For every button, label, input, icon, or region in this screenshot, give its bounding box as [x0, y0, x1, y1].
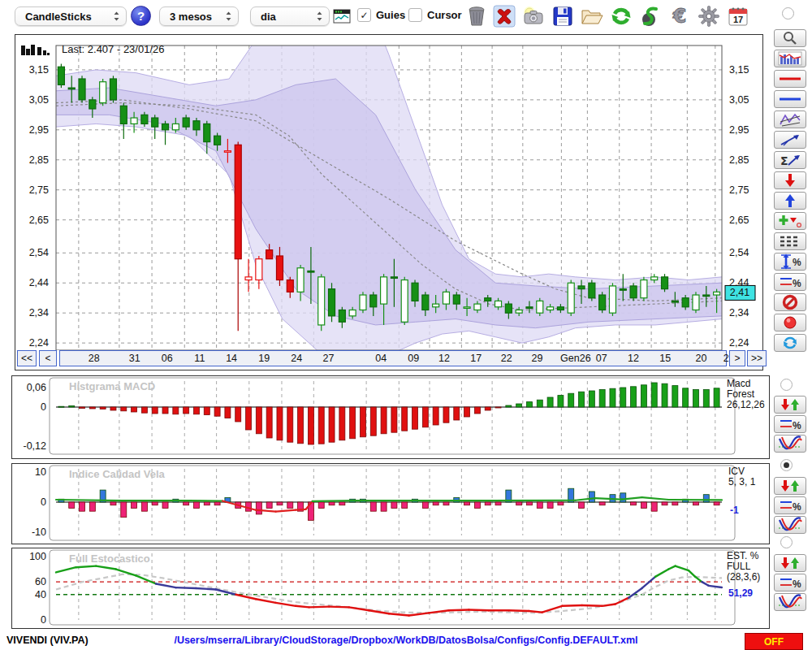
svg-text:2,41: 2,41 [730, 287, 749, 298]
date-tick-strip[interactable]: 2831061114192427040912172229Gen260712152… [59, 350, 727, 366]
date-tick-label: 17 [470, 353, 482, 364]
arrow-down-tool-button[interactable] [774, 171, 806, 189]
cyan-refresh-icon [782, 336, 798, 350]
stochastic-current-value: 51,29 [728, 587, 753, 599]
toolbar-radio[interactable] [782, 7, 794, 20]
indicator-panel-button[interactable] [774, 50, 806, 67]
snapshot-button[interactable] [521, 5, 546, 28]
sigma-trend-icon: Σ [779, 153, 801, 167]
lines-percent-tool-button[interactable]: % [774, 273, 806, 291]
scroll-next-button[interactable]: > [729, 350, 745, 366]
icv-panel: 100-10 Indice Calidad Vela ICV 5, 3, 1 -… [11, 463, 770, 544]
macd-lines-percent-button[interactable]: % [774, 415, 806, 433]
lines-percent-icon: % [779, 498, 801, 513]
indicator-curves-icon [778, 436, 802, 452]
svg-text:%: % [793, 278, 801, 289]
guies-checkbox[interactable]: ✓ Guies [357, 8, 405, 22]
svg-text:17: 17 [733, 15, 743, 24]
range-percent-tool-button[interactable]: % [774, 253, 806, 271]
svg-text:2,75: 2,75 [29, 184, 49, 196]
svg-text:€: € [672, 5, 687, 28]
dashed-levels-tool-button[interactable] [774, 232, 806, 250]
period-select[interactable]: 3 mesos [159, 6, 239, 26]
svg-text:40: 40 [35, 589, 46, 600]
scroll-last-button[interactable]: >> [747, 350, 767, 366]
blue-line-icon [779, 96, 801, 102]
trend-line-icon [780, 132, 801, 147]
svg-text:Σ: Σ [780, 154, 788, 167]
no-entry-icon [782, 294, 798, 310]
scroll-first-button[interactable]: << [17, 350, 37, 366]
icv-lines-percent-button[interactable]: % [774, 496, 806, 514]
euro-button[interactable]: € [667, 5, 692, 28]
settings-button[interactable] [697, 5, 721, 28]
blue-line-tool-button[interactable] [774, 90, 806, 108]
checkbox-checked-icon: ✓ [357, 8, 371, 22]
svg-text:2,24: 2,24 [729, 337, 749, 349]
svg-text:2,54: 2,54 [729, 247, 749, 258]
cursor-checkbox[interactable]: Cursor [408, 8, 462, 22]
svg-text:0: 0 [41, 496, 46, 508]
svg-text:2,44: 2,44 [29, 277, 49, 288]
add-marker-tool-button[interactable] [774, 212, 806, 230]
help-button[interactable]: ? [131, 6, 151, 26]
refresh-tool-button[interactable] [774, 334, 806, 352]
no-entry-tool-button[interactable] [774, 293, 806, 311]
date-tick-label: 15 [659, 353, 671, 364]
sync-button[interactable] [638, 5, 663, 28]
sum-trend-tool-button[interactable]: Σ [774, 151, 806, 169]
date-tick-label: 12 [628, 353, 639, 364]
interval-select[interactable]: dia [250, 6, 330, 26]
red-down-arrow-icon [784, 173, 797, 188]
save-button[interactable] [551, 5, 575, 28]
zoom-tool-button[interactable] [774, 29, 806, 47]
dashed-lines-icon [780, 235, 801, 248]
stochastic-params-label: EST. % FULL (28,3,6) [727, 551, 760, 583]
lines-percent-icon: % [779, 575, 801, 590]
sync-icon [639, 5, 662, 28]
date-tick-label: 12 [438, 353, 450, 364]
stochastic-panel-radio[interactable] [780, 536, 793, 548]
refresh-button[interactable] [609, 5, 633, 28]
svg-text:2,85: 2,85 [729, 154, 749, 166]
euro-icon: € [668, 5, 691, 28]
zigzag-tool-button[interactable] [774, 110, 806, 128]
macd-curves-button[interactable] [774, 435, 806, 453]
record-tool-button[interactable] [774, 314, 806, 332]
red-line-tool-button[interactable] [774, 70, 806, 88]
trendline-tool-button[interactable] [774, 131, 806, 149]
icv-arrows-button[interactable] [774, 477, 806, 495]
open-button[interactable] [580, 5, 604, 28]
macd-params-label: Macd Forest 26,12,26 [727, 379, 765, 410]
arrow-up-tool-button[interactable] [774, 192, 806, 210]
delete-cross-icon [493, 5, 516, 28]
delete-button[interactable] [492, 5, 516, 28]
stochastic-curves-button[interactable] [774, 593, 806, 611]
calendar-button[interactable]: 17 17 [726, 5, 750, 28]
date-tick-label: 27 [323, 353, 335, 364]
chart-type-select[interactable]: CandleSticks [15, 6, 127, 26]
svg-text:10: 10 [35, 466, 46, 478]
mini-chart-window-button[interactable] [331, 5, 352, 28]
open-folder-icon [581, 6, 603, 26]
icv-panel-radio[interactable] [780, 459, 793, 471]
date-tick-label: 09 [408, 353, 419, 364]
macd-panel: 0,060-0,12 Histgrama MACD Macd Forest 26… [11, 375, 770, 459]
date-tick-label: 04 [375, 353, 387, 364]
svg-text:3,05: 3,05 [29, 94, 49, 106]
off-toggle[interactable]: OFF [745, 633, 803, 650]
macd-arrows-button[interactable] [774, 396, 806, 414]
stochastic-lines-percent-button[interactable]: % [774, 574, 806, 592]
trash-button[interactable] [464, 5, 489, 28]
vertical-range-percent-icon: % [779, 254, 801, 270]
svg-text:-0,12: -0,12 [24, 440, 47, 452]
trash-icon [467, 6, 486, 27]
macd-panel-radio[interactable] [780, 379, 793, 391]
svg-text:2,34: 2,34 [729, 307, 749, 318]
stochastic-arrows-button[interactable] [774, 554, 806, 572]
icv-curves-button[interactable] [774, 516, 806, 534]
svg-text:%: % [793, 501, 801, 513]
icv-current-value: -1 [730, 505, 739, 516]
scroll-prev-button[interactable]: < [39, 350, 57, 366]
macd-title: Histgrama MACD [69, 380, 155, 392]
